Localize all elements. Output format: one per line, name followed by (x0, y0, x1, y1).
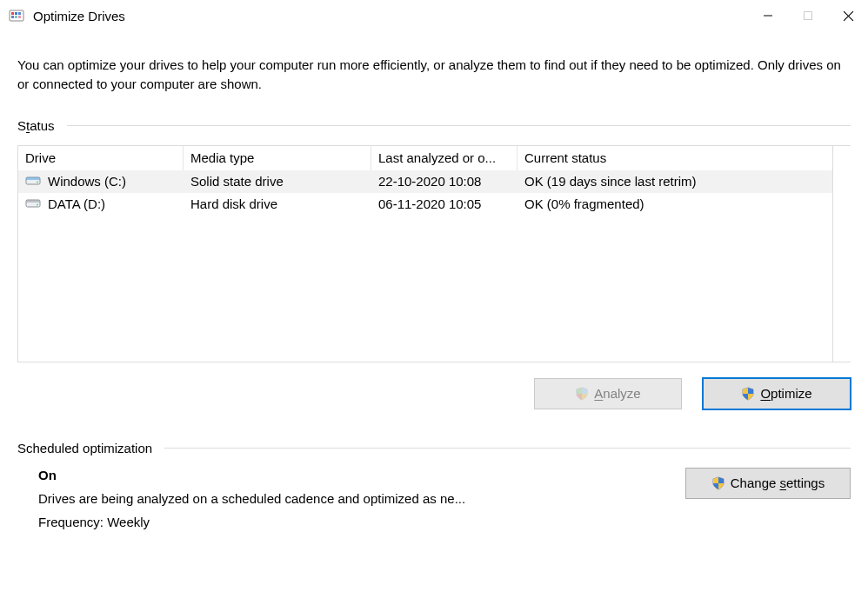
schedule-state: On (38, 468, 685, 482)
svg-rect-12 (26, 177, 40, 180)
schedule-description: Drives are being analyzed on a scheduled… (38, 491, 685, 506)
change-settings-button-label: Change settings (731, 475, 825, 490)
svg-rect-4 (11, 16, 14, 18)
optimize-button[interactable]: Optimize (703, 378, 851, 409)
svg-rect-15 (26, 200, 40, 203)
column-header-status[interactable]: Current status (517, 146, 832, 170)
intro-text: You can optimize your drives to help you… (17, 56, 851, 94)
analyze-button: Analyze (534, 378, 682, 409)
svg-point-13 (37, 182, 38, 183)
minimize-button[interactable] (748, 0, 788, 31)
svg-rect-5 (15, 16, 17, 18)
svg-rect-3 (18, 12, 21, 15)
maximize-button (788, 0, 828, 31)
column-header-media[interactable]: Media type (184, 146, 371, 170)
drive-name: DATA (D:) (48, 196, 105, 211)
titlebar: Optimize Drives (0, 0, 868, 31)
drive-media: Hard disk drive (184, 193, 371, 216)
close-button[interactable] (828, 0, 868, 31)
defrag-app-icon (9, 8, 24, 23)
drive-list[interactable]: Drive Media type Last analyzed or o... C… (17, 145, 851, 362)
drive-icon (25, 175, 41, 187)
uac-shield-icon (575, 387, 589, 401)
status-section-header: Status (17, 118, 851, 133)
change-settings-button[interactable]: Change settings (685, 468, 851, 499)
window-title: Optimize Drives (33, 9, 125, 23)
status-section-label: Status (17, 118, 67, 133)
drive-icon (25, 197, 41, 209)
drive-media: Solid state drive (184, 170, 371, 193)
analyze-button-label: Analyze (594, 386, 640, 401)
svg-point-16 (37, 204, 38, 206)
svg-rect-1 (11, 12, 14, 15)
drive-status: OK (19 days since last retrim) (517, 170, 832, 193)
svg-rect-6 (18, 16, 21, 18)
scheduled-section-header: Scheduled optimization (17, 441, 851, 455)
column-header-drive[interactable]: Drive (18, 146, 184, 170)
drive-list-header[interactable]: Drive Media type Last analyzed or o... C… (18, 146, 832, 170)
optimize-button-label: Optimize (760, 386, 811, 401)
drive-last-analyzed: 06-11-2020 10:05 (371, 193, 517, 216)
drive-name: Windows (C:) (48, 174, 126, 189)
drive-row[interactable]: Windows (C:)Solid state drive22-10-2020 … (18, 170, 832, 193)
svg-rect-8 (805, 12, 812, 20)
uac-shield-icon (711, 476, 725, 490)
drive-status: OK (0% fragmented) (517, 193, 832, 216)
schedule-frequency: Frequency: Weekly (38, 515, 685, 529)
column-header-last[interactable]: Last analyzed or o... (371, 146, 517, 170)
uac-shield-icon (741, 387, 755, 401)
drive-last-analyzed: 22-10-2020 10:08 (371, 170, 517, 193)
svg-rect-2 (15, 12, 17, 15)
scheduled-section-label: Scheduled optimization (17, 441, 164, 455)
drive-row[interactable]: DATA (D:)Hard disk drive06-11-2020 10:05… (18, 193, 832, 216)
